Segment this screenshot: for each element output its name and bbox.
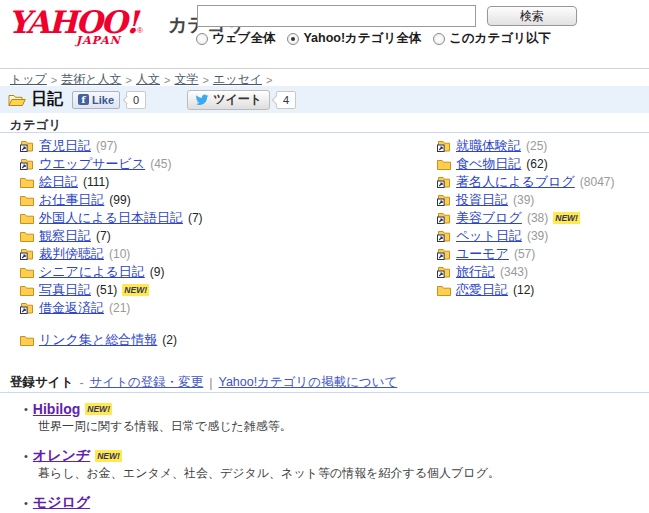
breadcrumb-separator: > — [51, 74, 57, 86]
yahoo-japan-logo[interactable]: YAHOO!® JAPAN — [8, 4, 168, 46]
radio-icon[interactable] — [287, 33, 299, 45]
category-column-right: 就職体験記(25)食べ物日記(62)著名人によるブログ(8047)投資日記(39… — [437, 137, 647, 299]
bullet-icon: • — [24, 403, 28, 415]
category-link[interactable]: 絵日記 — [39, 173, 78, 191]
category-link[interactable]: ユーモア — [456, 245, 509, 263]
category-count: (7) — [96, 229, 111, 243]
category-column-left: 育児日記(97)ウエップサービス(45)絵日記(111)お仕事日記(99)外国人… — [20, 137, 400, 317]
yahoo-category-page: YAHOO!® JAPAN カテゴリ 検索 ウェブ全体Yahoo!カテゴリ全体こ… — [0, 0, 649, 513]
folder-icon — [20, 212, 34, 224]
site-entry: •オレンヂNEW!暮らし、お金、エンタメ、社会、デジタル、ネット等の情報を紹介す… — [24, 447, 634, 481]
breadcrumb-separator: > — [266, 74, 272, 86]
facebook-icon: f — [78, 94, 89, 105]
registered-sites-heading: 登録サイト — [10, 374, 73, 391]
category-link[interactable]: 著名人によるブログ — [456, 173, 575, 191]
category-count: (2) — [162, 333, 177, 347]
folder-icon — [20, 176, 34, 188]
site-link[interactable]: オレンヂ — [33, 447, 90, 465]
category-link[interactable]: シニアによる日記 — [39, 263, 145, 281]
folder-link-icon — [437, 230, 451, 242]
category-item: 観察日記(7) — [20, 227, 400, 245]
site-register-link[interactable]: サイトの登録・変更 — [90, 374, 204, 391]
scope-radio-1[interactable]: Yahoo!カテゴリ全体 — [287, 30, 421, 47]
category-item: 育児日記(97) — [20, 137, 400, 155]
category-item: 絵日記(111) — [20, 173, 400, 191]
category-link[interactable]: 美容ブログ — [456, 209, 522, 227]
scope-radio-2[interactable]: このカテゴリ以下 — [433, 30, 551, 47]
facebook-like-button[interactable]: f Like — [72, 91, 120, 109]
category-item: シニアによる日記(9) — [20, 263, 400, 281]
tweet-count: 4 — [276, 91, 296, 109]
like-count: 0 — [126, 91, 146, 109]
category-item: 著名人によるブログ(8047) — [437, 173, 647, 191]
folder-link-icon — [437, 248, 451, 260]
category-count: (39) — [513, 193, 534, 207]
category-link[interactable]: 裁判傍聴記 — [39, 245, 104, 263]
category-item: 美容ブログ(38)NEW! — [437, 209, 647, 227]
folder-link-icon — [20, 140, 34, 152]
search-button[interactable]: 検索 — [487, 6, 577, 26]
category-count: (38) — [527, 211, 548, 225]
folder-link-icon — [437, 194, 451, 206]
category-count: (99) — [109, 193, 130, 207]
category-count: (39) — [527, 229, 548, 243]
category-link[interactable]: 観察日記 — [39, 227, 91, 245]
pipe-separator: | — [209, 376, 212, 390]
category-item: ユーモア(57) — [437, 245, 647, 263]
scope-label: Yahoo!カテゴリ全体 — [303, 30, 421, 47]
search-input[interactable] — [197, 5, 476, 27]
category-link[interactable]: 投資日記 — [456, 191, 508, 209]
scope-label: ウェブ全体 — [212, 30, 275, 47]
registered-sites-header: 登録サイト - サイトの登録・変更 | Yahoo!カテゴリの掲載について — [10, 374, 397, 391]
category-count: (7) — [188, 211, 203, 225]
twitter-bird-icon — [195, 93, 209, 107]
category-link[interactable]: リンク集と総合情報 — [39, 331, 157, 349]
site-description: 暮らし、お金、エンタメ、社会、デジタル、ネット等の情報を紹介する個人ブログ。 — [38, 466, 634, 481]
folder-icon — [20, 194, 34, 206]
site-entry: •HibilogNEW!世界一周に関する情報、日常で感じた雑感等。 — [24, 400, 634, 434]
category-link[interactable]: 食べ物日記 — [456, 155, 521, 173]
open-folder-icon — [8, 93, 26, 107]
folder-link-icon — [437, 212, 451, 224]
radio-icon[interactable] — [196, 33, 208, 45]
category-link[interactable]: 借金返済記 — [39, 299, 104, 317]
category-link[interactable]: お仕事日記 — [39, 191, 104, 209]
site-link[interactable]: Hibilog — [33, 401, 80, 417]
scope-radio-0[interactable]: ウェブ全体 — [196, 30, 275, 47]
search-scope-radios: ウェブ全体Yahoo!カテゴリ全体このカテゴリ以下 — [196, 30, 551, 47]
bullet-icon: • — [24, 450, 28, 462]
tweet-button[interactable]: ツイート — [187, 90, 270, 110]
category-link[interactable]: ペット日記 — [456, 227, 522, 245]
category-item: 外国人による日本語日記(7) — [20, 209, 400, 227]
category-item: 就職体験記(25) — [437, 137, 647, 155]
folder-icon — [20, 230, 34, 242]
category-link[interactable]: 外国人による日本語日記 — [39, 209, 183, 227]
category-link[interactable]: ウエップサービス — [39, 155, 145, 173]
category-link[interactable]: 育児日記 — [39, 137, 91, 155]
category-link[interactable]: 旅行記 — [456, 263, 495, 281]
category-policy-link[interactable]: Yahoo!カテゴリの掲載について — [218, 374, 397, 391]
new-badge: NEW! — [122, 284, 149, 296]
category-item: 借金返済記(21) — [20, 299, 400, 317]
category-item: 投資日記(39) — [437, 191, 647, 209]
category-link[interactable]: 就職体験記 — [456, 137, 521, 155]
category-item: 写真日記(51)NEW! — [20, 281, 400, 299]
category-link[interactable]: 恋愛日記 — [456, 281, 508, 299]
radio-icon[interactable] — [433, 33, 445, 45]
categories-divider — [0, 132, 649, 133]
folder-icon — [20, 284, 34, 296]
category-item: 食べ物日記(62) — [437, 155, 647, 173]
tweet-label: ツイート — [213, 91, 262, 108]
category-count: (9) — [150, 265, 165, 279]
category-link[interactable]: 写真日記 — [39, 281, 91, 299]
category-count: (51) — [96, 283, 117, 297]
folder-icon — [437, 158, 451, 170]
site-link[interactable]: モジログ — [33, 494, 90, 512]
category-count: (111) — [83, 175, 109, 189]
bullet-icon: • — [24, 497, 28, 509]
folder-link-icon — [20, 302, 34, 314]
header-divider — [0, 68, 649, 69]
site-list: •HibilogNEW!世界一周に関する情報、日常で感じた雑感等。•オレンヂNE… — [24, 400, 634, 513]
new-badge: NEW! — [553, 212, 580, 224]
category-count: (25) — [526, 139, 547, 153]
